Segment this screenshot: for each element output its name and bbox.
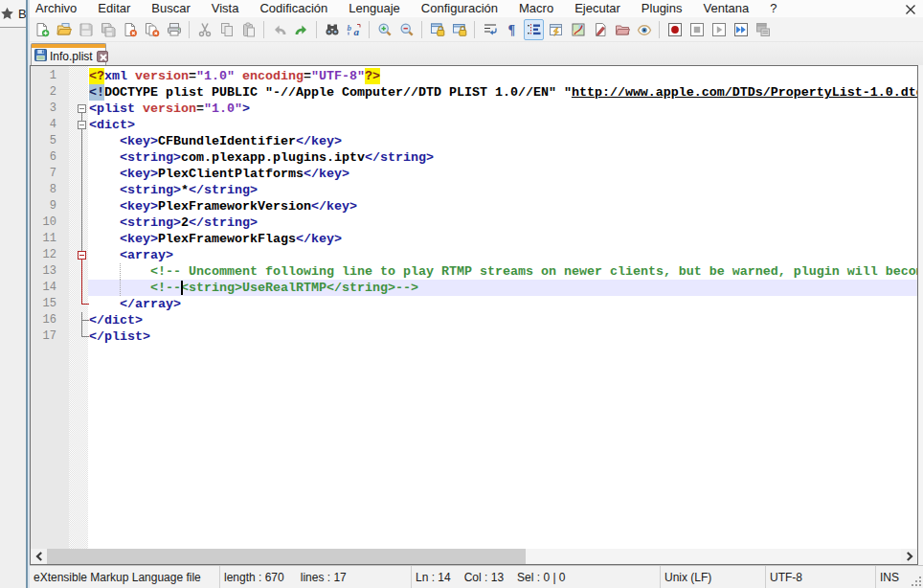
line-text[interactable]: <!DOCTYPE plist PUBLIC "-//Apple Compute… (88, 84, 917, 101)
toolbar-function-list-icon[interactable] (548, 19, 564, 40)
scroll-left-arrow[interactable] (31, 549, 47, 564)
menu-item-ventana[interactable]: Ventana (692, 0, 759, 17)
resize-grip[interactable] (910, 575, 922, 587)
horizontal-scrollbar[interactable] (31, 549, 917, 564)
line-number[interactable]: 10 (31, 215, 69, 231)
toolbar-indent-guide-icon[interactable] (524, 19, 544, 40)
toolbar-word-wrap-icon[interactable] (482, 19, 498, 40)
toolbar-document-list-icon[interactable] (592, 19, 608, 40)
menu-item-macro[interactable]: Macro (508, 0, 564, 17)
toolbar-macro-play-icon[interactable] (710, 19, 727, 40)
line-number[interactable]: 12 (31, 247, 69, 263)
line-text[interactable]: <string>*</string> (88, 182, 917, 198)
line-number[interactable]: 6 (31, 149, 69, 166)
menu-item-vista[interactable]: Vista (201, 0, 250, 17)
text-area[interactable]: 1<?xml version="1.0" encoding="UTF-8"?>2… (31, 66, 917, 550)
editor-line-11: 11 <key>PlexFrameworkFlags</key> (31, 231, 917, 247)
menu-item-configuracion[interactable]: Configuración (411, 0, 508, 17)
fold-collapse-icon[interactable] (78, 104, 86, 113)
line-number[interactable]: 7 (31, 166, 69, 182)
tab-close-icon[interactable] (97, 51, 108, 62)
line-number[interactable]: 9 (31, 198, 69, 215)
menu-item-codificacion[interactable]: Codificación (249, 0, 338, 17)
fold-collapse-icon[interactable] (78, 251, 86, 260)
bookmark-star-icon (0, 7, 14, 25)
code-token-plain (89, 248, 120, 262)
line-number[interactable]: 5 (31, 133, 69, 149)
toolbar-find-icon[interactable] (324, 19, 340, 40)
toolbar-zoom-out-icon[interactable] (398, 19, 415, 40)
line-number[interactable]: 2 (31, 84, 69, 101)
menu-item-ejecutar[interactable]: Ejecutar (564, 0, 631, 17)
line-text[interactable]: <dict> (88, 117, 917, 133)
toolbar-save-all-icon[interactable] (100, 19, 116, 40)
toolbar-close-file-icon[interactable] (122, 19, 138, 40)
fold-collapse-icon[interactable] (78, 121, 86, 129)
line-text[interactable]: <!-- Uncomment following line to play RT… (88, 263, 917, 280)
line-number[interactable]: 16 (31, 312, 69, 328)
toolbar-replace-icon[interactable]: ba (346, 19, 362, 40)
line-number[interactable]: 8 (31, 182, 69, 198)
window-close-button[interactable] (905, 2, 916, 13)
toolbar-save-icon[interactable] (78, 19, 94, 40)
line-number[interactable]: 17 (31, 328, 69, 345)
menu-item-editar[interactable]: Editar (87, 0, 141, 17)
line-number[interactable]: 11 (31, 231, 69, 247)
fold-mark (69, 133, 88, 149)
menu-item-ayuda[interactable]: ? (759, 0, 787, 17)
line-text[interactable]: </dict> (88, 312, 917, 328)
line-text[interactable]: <?xml version="1.0" encoding="UTF-8"?> (88, 68, 917, 84)
line-text[interactable]: <key>PlexFrameworkVersion</key> (88, 198, 917, 215)
toolbar-macro-record-icon[interactable] (666, 19, 683, 40)
toolbar-print-icon[interactable] (166, 19, 182, 40)
menu-item-archivo[interactable]: Archivo (30, 0, 87, 17)
tab-info-plist[interactable]: Info.plist (31, 43, 106, 65)
toolbar-close-all-icon[interactable] (144, 19, 160, 40)
line-number[interactable]: 3 (31, 101, 69, 117)
line-text[interactable]: <key>PlexFrameworkFlags</key> (88, 231, 917, 247)
line-text[interactable]: <key>CFBundleIdentifier</key> (88, 133, 917, 149)
line-text[interactable]: <plist version="1.0"> (88, 101, 917, 117)
line-number[interactable]: 4 (31, 117, 69, 133)
line-number[interactable]: 1 (31, 68, 69, 84)
line-text[interactable]: <!--<string>UseRealRTMP</string>--> (88, 280, 917, 296)
line-number[interactable]: 15 (31, 296, 69, 312)
line-number[interactable]: 14 (31, 280, 69, 296)
scrollbar-track[interactable] (47, 549, 901, 564)
menu-item-lenguaje[interactable]: Lenguaje (338, 0, 411, 17)
toolbar-redo-icon[interactable] (293, 19, 309, 40)
menu-item-buscar[interactable]: Buscar (141, 0, 200, 17)
line-text[interactable]: <array> (88, 247, 917, 263)
line-text[interactable]: <string>com.plexapp.plugins.iptv</string… (88, 149, 917, 166)
toolbar-monitoring-icon[interactable] (636, 19, 652, 40)
editor-pane[interactable]: 1<?xml version="1.0" encoding="UTF-8"?>2… (30, 65, 918, 565)
fold-mark[interactable] (69, 247, 88, 263)
fold-mark[interactable] (69, 117, 88, 133)
line-text[interactable]: </plist> (88, 328, 917, 345)
line-number[interactable]: 13 (31, 263, 69, 280)
toolbar-show-all-characters-icon[interactable]: ¶ (504, 19, 520, 40)
toolbar-sync-horizontal-icon[interactable] (451, 19, 467, 40)
scroll-right-arrow[interactable] (901, 549, 917, 564)
toolbar-macro-run-multiple-icon[interactable] (732, 19, 749, 40)
toolbar-paste-icon[interactable] (240, 19, 257, 40)
toolbar-sync-vertical-icon[interactable] (429, 19, 445, 40)
toolbar-open-file-icon[interactable] (56, 19, 72, 40)
line-text[interactable]: <key>PlexClientPlatforms</key> (88, 166, 917, 182)
menu-item-plugins[interactable]: Plugins (631, 0, 693, 17)
toolbar-cut-icon[interactable] (196, 19, 213, 40)
toolbar-macro-stop-icon[interactable] (688, 19, 705, 40)
fold-mark[interactable] (69, 101, 88, 117)
code-token-txt: PlexFrameworkFlags (158, 232, 296, 246)
chevron-right-icon (906, 552, 913, 561)
toolbar-folder-workspace-icon[interactable] (614, 19, 630, 40)
toolbar-copy-icon[interactable] (218, 19, 235, 40)
toolbar-zoom-in-icon[interactable] (376, 19, 393, 40)
toolbar-macro-save-icon[interactable] (754, 19, 771, 40)
toolbar-new-file-icon[interactable] (34, 19, 50, 40)
toolbar-undo-icon[interactable] (271, 19, 287, 40)
line-text[interactable]: </array> (88, 296, 917, 312)
line-text[interactable]: <string>2</string> (88, 215, 917, 231)
scrollbar-thumb[interactable] (47, 549, 526, 564)
toolbar-document-map-icon[interactable] (570, 19, 586, 40)
